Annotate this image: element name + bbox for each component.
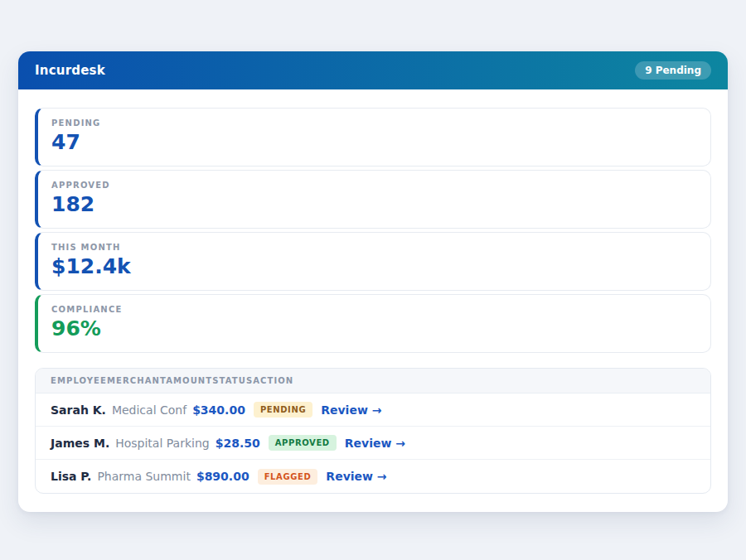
stat-card: APPROVED 182 bbox=[35, 170, 711, 229]
expense-table: EMPLOYEEMERCHANTAMOUNTSTATUSACTION Sarah… bbox=[35, 368, 711, 494]
app-header: Incurdesk 9 Pending bbox=[18, 51, 728, 89]
status-badge: PENDING bbox=[254, 402, 312, 418]
review-link[interactable]: Review → bbox=[345, 437, 405, 450]
stat-label: THIS MONTH bbox=[51, 243, 697, 252]
stat-value: 47 bbox=[51, 130, 697, 154]
table-header-cell: EMPLOYEE bbox=[51, 376, 107, 385]
amount-value: $890.00 bbox=[196, 470, 249, 483]
review-link[interactable]: Review → bbox=[321, 403, 381, 417]
merchant-name: Medical Conf bbox=[112, 403, 186, 417]
incurdesk-panel: Incurdesk 9 Pending PENDING 47 APPROVED … bbox=[18, 51, 728, 512]
stat-label: APPROVED bbox=[51, 181, 697, 190]
table-header-cell: AMOUNT bbox=[166, 376, 212, 385]
employee-name: Lisa P. bbox=[51, 470, 91, 483]
stat-value: 182 bbox=[51, 192, 697, 216]
table-body: Sarah K. Medical Conf $340.00 PENDING Re… bbox=[36, 393, 710, 493]
merchant-name: Hospital Parking bbox=[115, 437, 209, 450]
app-title: Incurdesk bbox=[35, 63, 105, 78]
merchant-name: Pharma Summit bbox=[97, 470, 191, 483]
stat-value: $12.4k bbox=[51, 254, 697, 278]
review-link[interactable]: Review → bbox=[326, 470, 386, 483]
status-badge: FLAGGED bbox=[258, 469, 318, 485]
table-row: Sarah K. Medical Conf $340.00 PENDING Re… bbox=[36, 393, 710, 427]
stat-card: PENDING 47 bbox=[35, 108, 711, 167]
table-header-row: EMPLOYEEMERCHANTAMOUNTSTATUSACTION bbox=[36, 369, 710, 393]
stat-card: COMPLIANCE 96% bbox=[35, 294, 711, 353]
stat-label: COMPLIANCE bbox=[51, 305, 697, 314]
stat-label: PENDING bbox=[51, 118, 697, 128]
table-row: Lisa P. Pharma Summit $890.00 FLAGGED Re… bbox=[36, 460, 710, 493]
amount-value: $340.00 bbox=[192, 403, 245, 417]
table-header-cell: MERCHANT bbox=[107, 376, 166, 385]
stat-card: THIS MONTH $12.4k bbox=[35, 232, 711, 291]
table-row: James M. Hospital Parking $28.50 APPROVE… bbox=[36, 427, 710, 460]
app-main: PENDING 47 APPROVED 182 THIS MONTH $12.4… bbox=[18, 89, 728, 512]
employee-name: James M. bbox=[51, 437, 109, 450]
status-badge: APPROVED bbox=[269, 435, 337, 451]
pending-count-badge: 9 Pending bbox=[635, 61, 711, 80]
stats-section: PENDING 47 APPROVED 182 THIS MONTH $12.4… bbox=[35, 108, 711, 353]
employee-name: Sarah K. bbox=[51, 403, 106, 417]
table-header-cell: ACTION bbox=[253, 376, 293, 385]
amount-value: $28.50 bbox=[216, 437, 260, 450]
stat-value: 96% bbox=[51, 316, 697, 340]
table-header-cell: STATUS bbox=[212, 376, 253, 385]
